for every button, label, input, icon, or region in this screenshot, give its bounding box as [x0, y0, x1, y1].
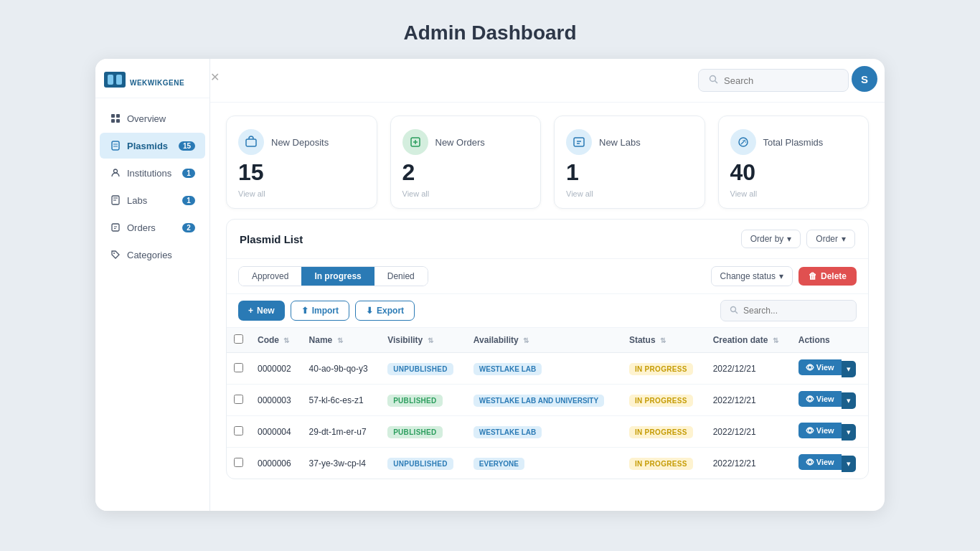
svg-rect-3 — [116, 114, 120, 118]
sort-icon-availability[interactable]: ⇅ — [523, 336, 529, 344]
row-status: IN PROGRESS — [622, 385, 706, 416]
visibility-badge: UNPUBLISHED — [387, 458, 453, 470]
th-actions: Actions — [791, 328, 868, 353]
view-button[interactable]: View — [798, 391, 842, 407]
sidebar-item-overview[interactable]: Overview — [100, 105, 205, 131]
svg-point-24 — [808, 397, 811, 401]
svg-line-22 — [735, 311, 738, 314]
sidebar-nav: Overview Plasmids 15 Institutions 1 — [95, 98, 209, 269]
sidebar-item-label-overview: Overview — [127, 113, 166, 124]
sort-icon-name[interactable]: ⇅ — [337, 336, 343, 344]
order-button[interactable]: Order ▾ — [806, 230, 855, 248]
view-button[interactable]: View — [798, 359, 842, 375]
visibility-badge: PUBLISHED — [387, 426, 442, 438]
svg-rect-0 — [108, 75, 113, 85]
plasmids-stat-label: Total Plasmids — [763, 137, 824, 148]
row-status: IN PROGRESS — [622, 448, 706, 479]
availability-badge: WESTLAKE LAB — [473, 363, 542, 375]
delete-label: Delete — [821, 271, 847, 281]
sort-icon-visibility[interactable]: ⇅ — [428, 336, 433, 344]
th-availability: Availability ⇅ — [466, 328, 622, 353]
row-checkbox-cell — [227, 385, 250, 416]
svg-point-9 — [114, 169, 118, 173]
plasmids-viewall[interactable]: View all — [730, 189, 857, 198]
labs-viewall[interactable]: View all — [566, 189, 693, 198]
view-dropdown-button[interactable]: ▾ — [842, 392, 856, 409]
th-checkbox — [227, 328, 250, 353]
row-checkbox[interactable] — [234, 395, 243, 404]
row-code: 0000004 — [250, 416, 302, 448]
order-label: Order — [816, 234, 838, 244]
stat-card-orders: New Orders 2 View all — [390, 116, 542, 209]
status-badge: IN PROGRESS — [629, 363, 693, 375]
order-by-button[interactable]: Order by ▾ — [741, 230, 801, 248]
th-name: Name ⇅ — [302, 328, 381, 353]
th-code: Code ⇅ — [250, 328, 302, 353]
plus-icon: + — [248, 306, 253, 316]
table-search-input[interactable] — [743, 306, 847, 316]
trash-icon: 🗑 — [809, 271, 817, 281]
svg-rect-1 — [116, 75, 122, 85]
tabs: Approved In progress Denied — [238, 266, 428, 286]
svg-point-15 — [710, 76, 716, 82]
sidebar-item-orders[interactable]: Orders 2 — [100, 215, 205, 240]
row-availability: EVERYONE — [466, 448, 622, 479]
row-code: 0000006 — [250, 448, 302, 479]
chevron-down-icon-3: ▾ — [779, 271, 783, 281]
labs-stat-label: New Labs — [599, 137, 641, 148]
close-button[interactable]: ✕ — [207, 69, 222, 85]
svg-point-23 — [808, 366, 811, 369]
import-button[interactable]: ⬆ Import — [291, 301, 349, 321]
orders-viewall[interactable]: View all — [402, 189, 529, 198]
lab-icon — [110, 194, 121, 206]
search-input[interactable] — [724, 75, 838, 86]
row-creation-date: 2022/12/21 — [706, 416, 791, 448]
view-dropdown-button[interactable]: ▾ — [842, 361, 856, 377]
plasmid-list-section: Plasmid List Order by ▾ Order ▾ Approved — [226, 219, 869, 479]
row-actions: View ▾ — [791, 416, 868, 448]
tab-denied[interactable]: Denied — [374, 267, 428, 286]
row-name: 40-ao-9b-qo-y3 — [302, 353, 381, 385]
sort-icon-status[interactable]: ⇅ — [660, 336, 666, 344]
select-all-checkbox[interactable] — [234, 334, 243, 344]
row-checkbox[interactable] — [234, 458, 243, 467]
row-visibility: PUBLISHED — [380, 416, 466, 448]
row-checkbox[interactable] — [234, 426, 243, 435]
row-actions: View ▾ — [791, 385, 868, 416]
row-name: 29-dt-1m-er-u7 — [302, 416, 381, 448]
main-container: ✕ S ​ WEKWIKGENE Overview — [95, 59, 885, 511]
row-checkbox[interactable] — [234, 363, 243, 372]
view-dropdown-button[interactable]: ▾ — [842, 424, 856, 441]
sidebar-item-categories[interactable]: Categories — [100, 242, 205, 268]
sidebar-item-labs[interactable]: Labs 1 — [100, 187, 205, 213]
sidebar-item-plasmids[interactable]: Plasmids 15 — [100, 133, 205, 159]
export-button[interactable]: ⬇ Export — [355, 301, 415, 321]
sidebar-item-institutions[interactable]: Institutions 1 — [100, 160, 205, 186]
table-body: 0000002 40-ao-9b-qo-y3 UNPUBLISHED WESTL… — [227, 353, 868, 479]
orders-stat-icon — [402, 129, 428, 155]
tab-approved[interactable]: Approved — [239, 267, 301, 286]
sort-icon-date[interactable]: ⇅ — [773, 336, 778, 344]
new-button[interactable]: + New — [238, 301, 285, 321]
view-dropdown-button[interactable]: ▾ — [842, 456, 856, 472]
action-controls: Change status ▾ 🗑 Delete — [711, 266, 857, 286]
import-icon: ⬆ — [301, 306, 308, 316]
row-checkbox-cell — [227, 448, 250, 479]
row-status: IN PROGRESS — [622, 416, 706, 448]
sort-icon-code[interactable]: ⇅ — [283, 336, 289, 344]
deposits-viewall[interactable]: View all — [238, 189, 365, 198]
svg-point-26 — [808, 461, 811, 464]
tab-in-progress[interactable]: In progress — [301, 267, 374, 286]
availability-badge: WESTLAKE LAB — [473, 426, 542, 438]
view-button[interactable]: View — [798, 423, 842, 438]
svg-rect-13 — [112, 224, 119, 231]
change-status-button[interactable]: Change status ▾ — [711, 266, 793, 286]
main-content: New Deposits 15 View all New Orders 2 Vi… — [210, 59, 885, 511]
sidebar-item-label-labs: Labs — [127, 195, 147, 206]
avatar[interactable]: S — [852, 66, 877, 92]
row-visibility: UNPUBLISHED — [380, 448, 466, 479]
svg-point-14 — [113, 253, 115, 254]
view-button[interactable]: View — [798, 454, 842, 470]
delete-button[interactable]: 🗑 Delete — [798, 267, 857, 286]
sidebar-badge-plasmids: 15 — [179, 141, 195, 151]
